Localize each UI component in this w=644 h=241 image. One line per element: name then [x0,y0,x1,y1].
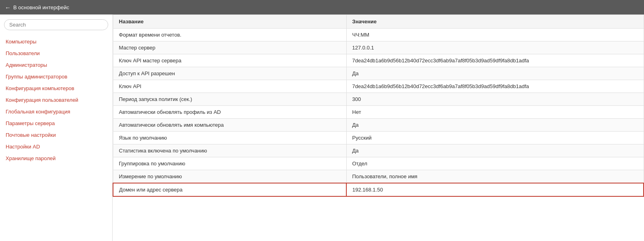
topbar: ← В основной интерфейс [0,0,644,14]
sidebar-item-10[interactable]: Хранилище паролей [4,152,108,164]
table-row: Формат времени отчетов.ЧЧ:ММ [113,29,644,41]
sidebar: КомпьютерыПользователиАдминистраторыГруп… [0,14,113,241]
table-body: Формат времени отчетов.ЧЧ:МММастер серве… [113,29,644,197]
row-name: Измерение по умолчанию [113,170,346,183]
row-name: Автоматически обновлять имя компьютера [113,119,346,132]
table-row: Период запуска политик (сек.)300 [113,93,644,106]
sidebar-item-1[interactable]: Пользователи [4,47,108,59]
table-row: Автоматически обновлять профиль из ADНет [113,106,644,119]
column-header-name: Название [113,15,346,29]
back-button[interactable]: ← В основной интерфейс [5,4,69,11]
settings-table: Название Значение Формат времени отчетов… [113,14,644,197]
row-value: Да [346,119,644,132]
search-input[interactable] [4,19,108,30]
row-name: Доступ к API разрешен [113,67,346,80]
sidebar-item-0[interactable]: Компьютеры [4,36,108,47]
sidebar-item-4[interactable]: Конфигурация компьютеров [4,82,108,94]
row-name: Группировка по умолчанию [113,157,346,170]
row-name: Домен или адрес сервера [113,183,346,196]
main-layout: КомпьютерыПользователиАдминистраторыГруп… [0,14,644,241]
row-value: Отдел [346,157,644,170]
row-name: Формат времени отчетов. [113,29,346,41]
table-row: Группировка по умолчаниюОтдел [113,157,644,170]
sidebar-nav: КомпьютерыПользователиАдминистраторыГруп… [4,36,108,164]
table-row: Ключ API7dea24db1a6b9d56b12b40d72ecc3df6… [113,80,644,93]
row-value: 7dea24db1a6b9d56b12b40d72ecc3df6ab9a7af8… [346,54,644,67]
row-value: Пользователи, полное имя [346,170,644,183]
table-row: Измерение по умолчаниюПользователи, полн… [113,170,644,183]
sidebar-item-5[interactable]: Конфигурация пользователей [4,94,108,106]
content-area: Название Значение Формат времени отчетов… [113,14,644,241]
row-name: Автоматически обновлять профиль из AD [113,106,346,119]
back-label: В основной интерфейс [13,4,69,10]
row-name: Статистика включена по умолчанию [113,144,346,157]
row-value: 300 [346,93,644,106]
sidebar-item-6[interactable]: Глобальная конфигурация [4,106,108,117]
sidebar-item-3[interactable]: Группы администраторов [4,71,108,82]
row-name: Ключ API [113,80,346,93]
row-value: Да [346,67,644,80]
table-row: Язык по умолчаниюРусский [113,132,644,144]
row-value: Русский [346,132,644,144]
back-arrow-icon: ← [5,4,11,11]
row-value: 192.168.1.50 [346,183,644,196]
sidebar-item-7[interactable]: Параметры сервера [4,117,108,129]
row-name: Язык по умолчанию [113,132,346,144]
row-value: ЧЧ:ММ [346,29,644,41]
row-value: 7dea24db1a6b9d56b12b40d72ecc3df6ab9a7af8… [346,80,644,93]
sidebar-item-9[interactable]: Настройки AD [4,141,108,152]
sidebar-item-8[interactable]: Почтовые настройки [4,129,108,141]
table-row: Ключ API мастер сервера7dea24db1a6b9d56b… [113,54,644,67]
row-value: Да [346,144,644,157]
row-name: Период запуска политик (сек.) [113,93,346,106]
table-row: Мастер сервер127.0.0.1 [113,41,644,54]
table-row: Доступ к API разрешенДа [113,67,644,80]
sidebar-item-2[interactable]: Администраторы [4,59,108,71]
row-name: Мастер сервер [113,41,346,54]
table-row: Статистика включена по умолчаниюДа [113,144,644,157]
row-value: 127.0.0.1 [346,41,644,54]
table-row: Автоматически обновлять имя компьютераДа [113,119,644,132]
row-name: Ключ API мастер сервера [113,54,346,67]
table-row: Домен или адрес сервера192.168.1.50 [113,183,644,196]
column-header-value: Значение [346,15,644,29]
row-value: Нет [346,106,644,119]
